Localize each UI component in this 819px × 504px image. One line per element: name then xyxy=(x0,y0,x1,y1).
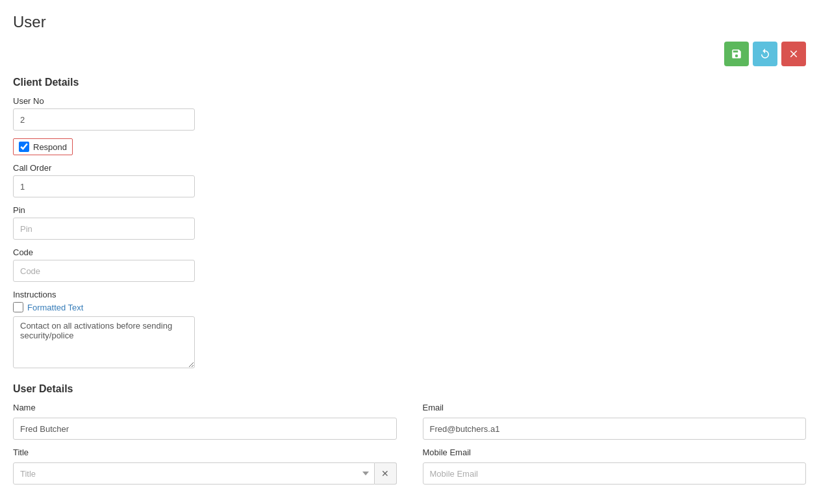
formatted-text-checkbox[interactable] xyxy=(13,302,23,312)
instructions-label: Instructions xyxy=(13,290,806,299)
title-clear-button[interactable]: ✕ xyxy=(375,462,397,485)
user-no-label: User No xyxy=(13,96,806,106)
mobile-email-input[interactable] xyxy=(423,462,807,485)
name-input[interactable] xyxy=(13,418,397,440)
respond-group: Respond xyxy=(13,138,73,155)
email-input[interactable] xyxy=(423,418,807,440)
user-no-input[interactable] xyxy=(13,108,195,131)
title-select[interactable]: Title Mr Mrs Ms Dr Prof xyxy=(13,462,375,485)
instructions-group: Instructions Formatted Text Contact on a… xyxy=(13,290,806,370)
respond-label: Respond xyxy=(33,142,67,152)
instructions-textarea[interactable]: Contact on all activations before sendin… xyxy=(13,316,195,368)
call-order-group: Call Order xyxy=(13,163,806,197)
cancel-button[interactable] xyxy=(781,42,806,66)
page-title: User xyxy=(13,13,806,31)
user-no-group: User No xyxy=(13,96,806,131)
title-group: Title Title Mr Mrs Ms Dr Prof ✕ xyxy=(13,447,397,485)
title-select-row: Title Mr Mrs Ms Dr Prof ✕ xyxy=(13,462,397,485)
call-order-input[interactable] xyxy=(13,175,195,197)
call-order-label: Call Order xyxy=(13,163,806,173)
formatted-text-row: Formatted Text xyxy=(13,302,806,312)
mobile-email-label: Mobile Email xyxy=(423,447,807,457)
code-input[interactable] xyxy=(13,260,195,282)
title-label: Title xyxy=(13,447,397,457)
pin-group: Pin xyxy=(13,205,806,240)
respond-checkbox[interactable] xyxy=(19,142,29,152)
toolbar xyxy=(13,42,806,66)
undo-button[interactable] xyxy=(753,42,777,66)
user-details-title: User Details xyxy=(13,383,806,395)
email-label: Email xyxy=(423,403,807,412)
code-label: Code xyxy=(13,247,806,257)
save-button[interactable] xyxy=(724,42,749,66)
user-details-section: User Details Name Email Title Title Mr M… xyxy=(13,383,806,485)
client-details-section: Client Details User No Respond Call Orde… xyxy=(13,77,806,370)
name-label: Name xyxy=(13,403,397,412)
user-details-grid: Name Email Title Title Mr Mrs Ms Dr Prof… xyxy=(13,403,806,485)
mobile-email-group: Mobile Email xyxy=(423,447,807,485)
pin-input[interactable] xyxy=(13,218,195,240)
name-group: Name xyxy=(13,403,397,440)
formatted-text-label: Formatted Text xyxy=(27,303,83,312)
client-details-title: Client Details xyxy=(13,77,806,88)
pin-label: Pin xyxy=(13,205,806,215)
email-group: Email xyxy=(423,403,807,440)
code-group: Code xyxy=(13,247,806,282)
